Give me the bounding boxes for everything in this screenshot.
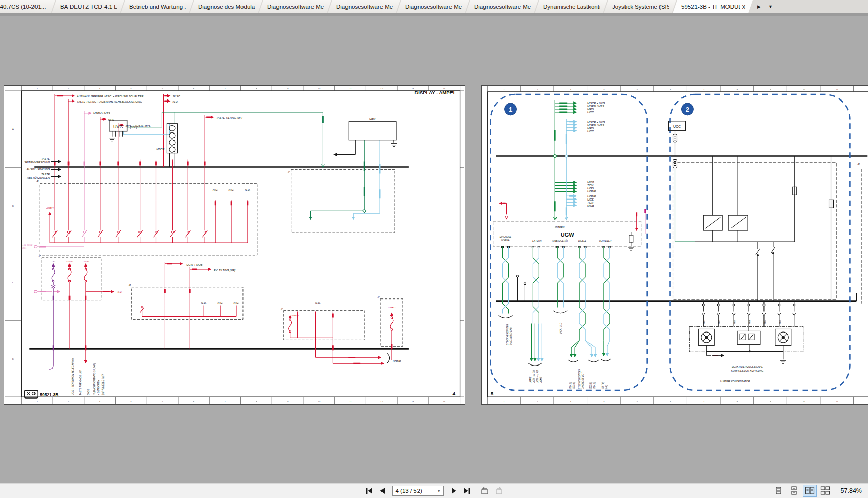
tab[interactable]: Diagnosesoftware Mer... [259,0,331,13]
schematic-label: [CDC] [130,126,137,129]
schematic-label: (KL) [22,247,26,249]
next-page-button[interactable] [448,486,459,496]
schematic-label: 1 [509,106,512,113]
schematic-label: N.U. [315,301,321,304]
ruler-number: 3 [570,88,572,91]
previous-view-icon [482,487,488,494]
schematic-label: STECKVERBINDER [506,324,509,345]
purple-wires [49,264,55,369]
tab-bar-controls: ▶ ▼ [749,0,779,13]
continuous-facing-view-button[interactable] [819,485,832,496]
page-number-combobox[interactable]: 4 (13 / 52) ▼ [392,486,444,496]
tab[interactable]: Joystick Systeme (SIS... [604,0,676,13]
facing-view-icon [805,487,814,494]
schematic-label: DIAGNOSE UCTI [582,371,584,389]
ruler-number: 14 [443,400,445,403]
schematic-label: N.U. [213,188,218,191]
first-page-icon [366,488,372,494]
red-wires [50,94,393,363]
schematic-label: UCTI + U RD [533,370,535,383]
green-can-wires [503,100,610,361]
tab-label: Diagnosesoftware Mer... [267,4,324,10]
schematic-label: FR3 [733,320,736,324]
zone-1-outline [491,94,647,390]
prev-page-button[interactable] [377,486,388,496]
bus-lines [496,156,868,301]
facing-view-button[interactable] [803,485,816,496]
schematic-label: DEAKTIVIERUNGSSIGNAL [732,365,763,368]
zone-2-outline [670,94,850,390]
schematic-label: TASTE TILTING + AUSWAHL ACHSBLOCKIERUNG [77,100,142,103]
next-view-button[interactable] [493,486,505,496]
combo-dropdown-icon[interactable]: ▼ [437,489,443,493]
schematic-label: DIESEL [578,240,586,242]
first-page-button[interactable] [364,486,375,496]
tab-close-icon[interactable]: x [742,3,745,10]
ruler-number: 13 [412,400,414,403]
gray-dashed-boxes [493,163,862,304]
scroll-tabs-right-icon[interactable]: ▶ [757,4,761,9]
tab-label: MF40.7CS (10-201... [0,4,48,10]
schematic-label: 59521-3B [40,392,58,397]
schematic-label: UGW + MOB [186,263,202,267]
schematic-page-4: 11223344556677889910101111121213131414AB… [4,85,465,405]
schematic-label: MSPM / MSS [93,112,110,115]
schematic-label: [D24.1] [569,382,572,390]
ruler-number: 3 [570,400,572,403]
schematic-label: KABINE [501,239,510,241]
ruler-number: 6 [670,400,671,403]
ruler-number: 6 [193,400,195,403]
tab-label: BA DEUTZ TCD 4.1 L... [60,4,117,10]
zoom-level: 57.84% [841,487,862,494]
schematic-label: UBM [369,117,376,120]
tab-menu-icon[interactable]: ▼ [768,4,773,9]
tab[interactable]: Dynamische Lastkontr... [535,0,607,13]
ruler-number: 1 [503,400,505,403]
tab[interactable]: MF40.7CS (10-201... [0,0,55,13]
tab-active[interactable]: 59521-3B - TF MODUL...x [673,0,753,13]
schematic-label: UGME [393,360,401,363]
schematic-label: AUSWAHL GREIFER MISC. + WECHSELSCHALTER [76,95,143,98]
ruler-number: 10 [318,400,320,403]
cyan-wires [124,124,380,219]
ruler-letter: C [12,281,14,284]
tab[interactable]: Diagnosesoftware Mer... [397,0,469,13]
schematic-label: ANBAUGERÄT [552,239,568,242]
continuous-facing-view-icon [821,487,829,494]
schematic-page-5-drawing: 112233445566778899101011111212 [482,86,868,404]
last-page-button[interactable] [461,486,472,496]
ruler-number: 4 [603,88,605,91]
schematic-label: FR4 [748,320,751,324]
ruler-number: 1 [37,400,38,403]
tab[interactable]: Diagnosesoftware Mer... [328,0,400,13]
previous-view-button[interactable] [478,486,491,496]
tab[interactable]: Diagnose des Modular... [190,0,262,13]
schematic-label: ▫P [857,163,860,166]
single-page-view-button[interactable] [772,485,785,496]
ruler-number: 10 [803,400,805,403]
document-viewer[interactable]: 11223344556677889910101111121213131414AB… [0,16,868,483]
continuous-view-button[interactable] [787,485,801,496]
schematic-label: +UBATT [291,314,299,317]
tab-label: Diagnosesoftware Mer... [405,4,462,10]
schematic-label: [D24.1] [593,382,596,390]
page-frame-ruler: 11223344556677889910101111121213131414AB… [5,86,464,404]
tab[interactable]: Diagnosesoftware Mer... [466,0,538,13]
tab[interactable]: Betrieb und Wartung ... [121,0,193,13]
schematic-label: [DBTM] [602,381,604,390]
schematic-label: LÜFTER KONDENSATOR [720,380,750,383]
page-frame-ruler: 112233445566778899101011111212 [488,86,868,404]
schematic-label: N.U. [201,301,207,304]
application-window: MF40.7CS (10-201...BA DEUTZ TCD 4.1 L...… [0,0,868,498]
ruler-number: 7 [703,88,705,91]
schematic-label: N.U. [229,188,234,191]
schematic-label: UKA / ULC [560,322,562,334]
tab[interactable]: BA DEUTZ TCD 4.1 L... [52,0,124,13]
fan-assembly-box [689,326,803,352]
schematic-label: UCC [587,111,594,114]
schematic-label: HUBVORRICHTUNG 3P [MF] [93,363,96,395]
zone-outlines [491,94,850,390]
ruler-number: 7 [703,400,705,403]
teal-green-wires [127,112,366,219]
schematic-label: UCC [673,125,681,128]
